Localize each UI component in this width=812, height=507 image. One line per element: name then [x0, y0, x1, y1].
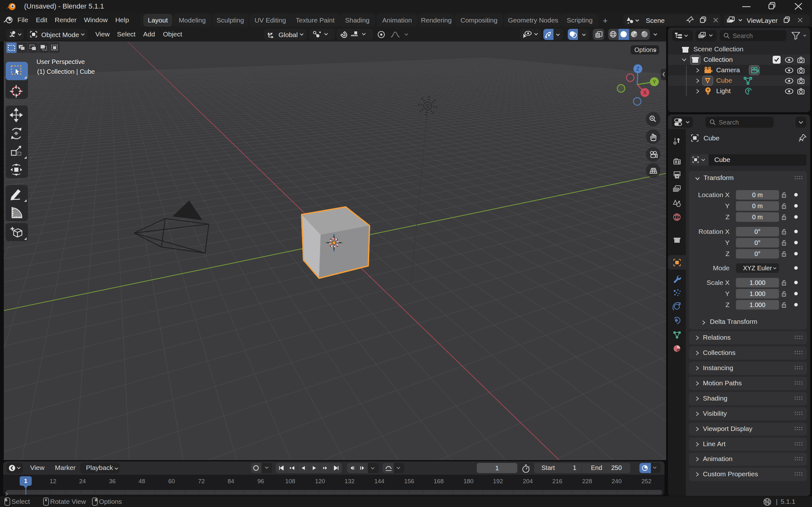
svg-text:X: X — [643, 90, 647, 95]
svg-text:Y: Y — [653, 79, 656, 84]
svg-text:Z: Z — [636, 66, 640, 72]
